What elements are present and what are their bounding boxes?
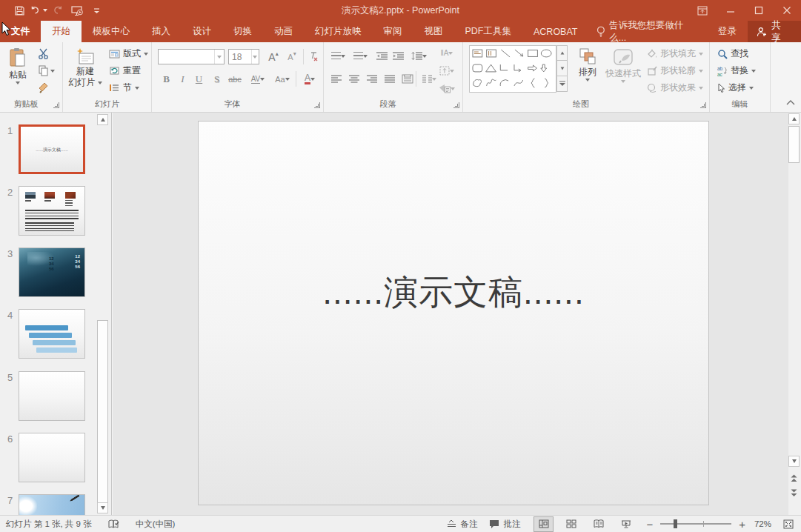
zoom-slider[interactable] xyxy=(660,523,731,525)
editor-scrollbar[interactable] xyxy=(788,113,801,515)
clipboard-dialog-launcher[interactable] xyxy=(53,102,59,108)
tab-animations[interactable]: 动画 xyxy=(263,21,304,42)
drawing-dialog-launcher[interactable] xyxy=(700,102,706,108)
tab-transitions[interactable]: 切换 xyxy=(222,21,263,42)
start-from-beginning-icon[interactable] xyxy=(68,2,86,19)
columns-icon[interactable] xyxy=(419,71,439,87)
font-color-icon[interactable]: A xyxy=(299,71,320,87)
clear-formatting-icon[interactable] xyxy=(306,49,322,64)
thumbnail-scroll-up[interactable] xyxy=(97,114,108,125)
thumbnail-scroll-thumb[interactable] xyxy=(97,320,108,505)
italic-icon[interactable]: I xyxy=(175,71,190,87)
tab-design[interactable]: 设计 xyxy=(182,21,222,42)
share-button[interactable]: 共享 xyxy=(748,21,801,42)
shapes-row-1[interactable] xyxy=(470,46,556,61)
editor-scroll-thumb[interactable] xyxy=(788,126,800,163)
shapes-scroll-down[interactable] xyxy=(556,61,568,76)
fit-slide-to-window-button[interactable] xyxy=(777,516,801,532)
slide-1-preview[interactable]: ......演示文稿...... xyxy=(19,124,85,174)
reset-button[interactable]: 重置 xyxy=(109,63,141,79)
ribbon-display-options-icon[interactable] xyxy=(688,0,717,21)
align-left-icon[interactable] xyxy=(328,71,344,87)
new-slide-button[interactable]: 新建 幻灯片 xyxy=(67,44,103,98)
text-shadow-icon[interactable]: S xyxy=(209,71,225,87)
tab-template-center[interactable]: 模板中心 xyxy=(82,21,141,42)
tab-acrobat[interactable]: ACROBAT xyxy=(522,21,589,42)
normal-view-button[interactable] xyxy=(534,516,554,532)
zoom-slider-handle[interactable] xyxy=(674,519,677,528)
paste-button[interactable]: 粘贴 xyxy=(3,44,33,98)
font-size-input[interactable] xyxy=(229,50,251,64)
font-name-input[interactable] xyxy=(159,50,214,64)
tab-insert[interactable]: 插入 xyxy=(141,21,182,42)
slide-5-preview[interactable] xyxy=(19,371,85,421)
find-button[interactable]: 查找 xyxy=(717,46,748,61)
layout-button[interactable]: 版式 xyxy=(109,46,148,61)
shapes-row-2[interactable] xyxy=(470,61,556,76)
tab-review[interactable]: 审阅 xyxy=(373,21,413,42)
font-size-combo[interactable] xyxy=(228,49,259,64)
slide-6-preview[interactable] xyxy=(19,433,85,482)
increase-indent-icon[interactable] xyxy=(390,48,406,64)
thumbnail-scroll-down[interactable] xyxy=(97,502,108,513)
align-center-icon[interactable] xyxy=(346,71,362,87)
reading-view-button[interactable] xyxy=(588,516,608,532)
tab-view[interactable]: 视图 xyxy=(413,21,454,42)
copy-icon[interactable] xyxy=(36,63,58,79)
format-painter-icon[interactable] xyxy=(36,80,51,96)
decrease-indent-icon[interactable] xyxy=(374,48,390,64)
increase-font-size-icon[interactable]: A▴ xyxy=(265,49,282,64)
maximize-icon[interactable] xyxy=(745,0,773,21)
language-indicator[interactable]: 中文(中国) xyxy=(130,516,182,532)
arrange-button[interactable]: 排列 xyxy=(573,44,602,98)
editor-scroll-up[interactable] xyxy=(788,113,800,124)
character-spacing-icon[interactable]: AV xyxy=(246,71,270,87)
justify-icon[interactable] xyxy=(382,71,397,87)
close-icon[interactable] xyxy=(773,0,801,21)
comments-button[interactable]: 批注 xyxy=(483,516,526,532)
shapes-scroll-up[interactable] xyxy=(556,45,568,61)
decrease-font-size-icon[interactable]: A▾ xyxy=(284,49,300,64)
paragraph-dialog-launcher[interactable] xyxy=(453,102,459,108)
shapes-more-button[interactable] xyxy=(556,76,568,92)
change-case-icon[interactable]: Aa xyxy=(271,71,293,87)
zoom-level[interactable]: 72% xyxy=(748,519,777,528)
slide-canvas[interactable]: ......演示文稿...... xyxy=(198,121,709,505)
strikethrough-icon[interactable]: abc xyxy=(225,71,245,87)
select-button[interactable]: 选择 xyxy=(717,80,754,96)
next-slide-button[interactable] xyxy=(788,488,800,499)
bold-icon[interactable]: B xyxy=(159,71,174,87)
zoom-out-button[interactable]: − xyxy=(643,518,656,531)
tell-me-box[interactable]: 告诉我您想要做什么... xyxy=(589,21,707,42)
font-dialog-launcher[interactable] xyxy=(314,102,320,108)
cut-icon[interactable] xyxy=(36,46,51,61)
zoom-in-button[interactable]: + xyxy=(736,518,748,531)
font-size-dropdown[interactable] xyxy=(251,50,259,64)
replace-button[interactable]: abac 替换 xyxy=(717,63,756,79)
thumbnail-scrollbar[interactable] xyxy=(97,113,110,515)
align-right-icon[interactable] xyxy=(364,71,379,87)
editor-scroll-down[interactable] xyxy=(788,456,800,467)
customize-qat-icon[interactable] xyxy=(87,2,105,19)
slide-counter[interactable]: 幻灯片 第 1 张, 共 9 张 xyxy=(0,516,98,532)
tab-home[interactable]: 开始 xyxy=(41,21,82,42)
sign-in-button[interactable]: 登录 xyxy=(707,21,748,42)
tab-slide-show[interactable]: 幻灯片放映 xyxy=(304,21,373,42)
underline-icon[interactable]: U xyxy=(191,71,207,87)
tab-pdf-tools[interactable]: PDF工具集 xyxy=(454,21,523,42)
font-name-combo[interactable] xyxy=(158,49,225,64)
minimize-icon[interactable] xyxy=(717,0,745,21)
tab-file[interactable]: 文件 xyxy=(0,21,41,42)
slide-sorter-view-button[interactable] xyxy=(561,516,581,532)
font-name-dropdown[interactable] xyxy=(214,50,224,64)
text-direction-icon[interactable]: ‖A xyxy=(435,45,459,61)
undo-icon[interactable] xyxy=(30,2,47,19)
slide-4-preview[interactable] xyxy=(19,309,85,359)
bullets-icon[interactable] xyxy=(328,48,348,64)
section-button[interactable]: 节 xyxy=(109,80,139,96)
shapes-row-3[interactable] xyxy=(470,76,556,90)
shapes-gallery[interactable] xyxy=(469,45,556,93)
collapse-ribbon-icon[interactable] xyxy=(786,97,795,107)
spell-check-icon[interactable] xyxy=(98,516,130,532)
slide-2-preview[interactable] xyxy=(19,186,85,236)
